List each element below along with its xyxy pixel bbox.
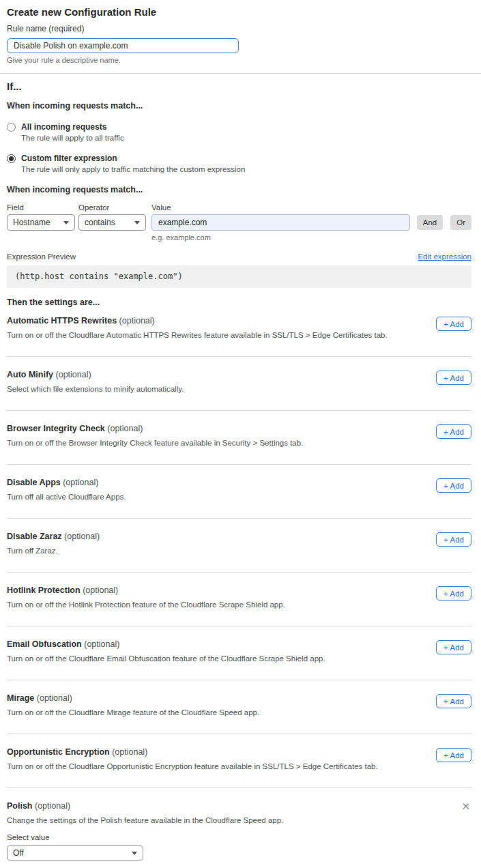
setting-description: Turn on or off the Cloudflare Automatic …	[7, 331, 388, 340]
page-title: Create new Configuration Rule	[7, 6, 471, 18]
chevron-down-icon	[134, 221, 140, 225]
close-icon[interactable]: ✕	[460, 801, 471, 811]
radio-label: Custom filter expression	[21, 154, 245, 163]
add-button[interactable]: + Add	[436, 640, 471, 654]
setting-row-mirage: Mirage (optional) Turn on or off the Clo…	[7, 680, 471, 734]
optional-tag: (optional)	[62, 532, 100, 541]
polish-select-value: Off	[13, 848, 24, 858]
setting-title: Disable Apps (optional)	[7, 478, 126, 488]
setting-description: Select which file extensions to minify a…	[7, 385, 184, 394]
match-heading: When incoming requests match...	[7, 101, 471, 111]
section-divider	[0, 73, 481, 74]
then-settings-heading: Then the settings are...	[7, 298, 471, 308]
setting-title: Disable Zaraz (optional)	[7, 532, 100, 542]
rule-name-helper: Give your rule a descriptive name.	[7, 56, 471, 65]
expression-preview-label: Expression Preview	[7, 252, 76, 261]
field-label: Field	[7, 203, 78, 212]
setting-row-disable-zaraz: Disable Zaraz (optional) Turn off Zaraz.…	[7, 519, 471, 573]
add-button[interactable]: + Add	[436, 532, 471, 547]
or-button[interactable]: Or	[450, 215, 471, 230]
chevron-down-icon	[132, 852, 137, 855]
setting-row-polish: Polish (optional) Change the settings of…	[7, 788, 471, 860]
setting-row-disable-apps: Disable Apps (optional) Turn off all act…	[7, 465, 471, 519]
value-helper: e.g. example.com	[151, 233, 471, 242]
expression-builder-labels: Field Operator Value	[7, 203, 471, 212]
setting-row-opportunistic-encryption: Opportunistic Encryption (optional) Turn…	[7, 734, 471, 788]
add-button[interactable]: + Add	[436, 478, 471, 493]
setting-title: Opportunistic Encryption (optional)	[7, 747, 378, 757]
add-button[interactable]: + Add	[436, 424, 471, 439]
setting-description: Turn on or off the Hotlink Protection fe…	[7, 601, 285, 609]
rule-name-label: Rule name (required)	[7, 24, 471, 33]
setting-description: Change the settings of the Polish featur…	[7, 816, 460, 825]
expression-preview-code: (http.host contains "example.com")	[7, 265, 471, 288]
radio-custom-filter-expression[interactable]: Custom filter expression The rule will o…	[7, 154, 471, 174]
expression-builder-heading: When incoming requests match...	[7, 185, 471, 195]
and-button[interactable]: And	[417, 215, 443, 230]
add-button[interactable]: + Add	[436, 371, 471, 385]
value-input[interactable]	[151, 214, 410, 231]
field-select-value: Hostname	[13, 218, 50, 227]
value-label: Value	[151, 203, 171, 212]
optional-tag: (optional)	[105, 424, 143, 433]
optional-tag: (optional)	[110, 747, 148, 757]
setting-description: Turn on or off the Cloudflare Opportunis…	[7, 762, 378, 771]
setting-description: Turn off all active Cloudflare Apps.	[7, 493, 126, 502]
expression-builder-row: Hostname contains And Or	[7, 214, 471, 231]
edit-expression-link[interactable]: Edit expression	[418, 252, 471, 261]
setting-title: Browser Integrity Check (optional)	[7, 424, 303, 434]
radio-description: The rule will only apply to traffic matc…	[21, 165, 245, 174]
optional-tag: (optional)	[117, 316, 155, 326]
add-button[interactable]: + Add	[436, 317, 471, 331]
setting-title: Mirage (optional)	[7, 693, 259, 704]
polish-select-label: Select value	[7, 833, 460, 842]
optional-tag: (optional)	[34, 693, 72, 703]
chevron-down-icon	[63, 221, 69, 225]
request-match-radio-group: All incoming requests The rule will appl…	[7, 122, 471, 174]
setting-description: Turn on or off the Browser Integrity Che…	[7, 439, 303, 448]
optional-tag: (optional)	[53, 370, 91, 379]
setting-title: Polish (optional)	[7, 801, 460, 811]
setting-title: Auto Minify (optional)	[7, 370, 184, 380]
if-heading: If...	[7, 81, 471, 93]
radio-unchecked-icon[interactable]	[7, 123, 16, 132]
radio-checked-icon[interactable]	[7, 154, 16, 163]
add-button[interactable]: + Add	[436, 748, 471, 762]
setting-description: Turn off Zaraz.	[7, 547, 100, 555]
rule-name-input[interactable]	[7, 38, 239, 53]
setting-title: Automatic HTTPS Rewrites (optional)	[7, 316, 388, 326]
add-button[interactable]: + Add	[436, 586, 471, 601]
optional-tag: (optional)	[61, 478, 99, 487]
add-button[interactable]: + Add	[436, 694, 471, 708]
settings-list: Automatic HTTPS Rewrites (optional) Turn…	[7, 308, 471, 860]
setting-description: Turn on or off the Cloudflare Email Obfu…	[7, 654, 325, 663]
radio-all-incoming-requests[interactable]: All incoming requests The rule will appl…	[7, 122, 471, 143]
operator-label: Operator	[78, 203, 151, 212]
polish-value-select[interactable]: Off	[7, 845, 143, 860]
optional-tag: (optional)	[82, 639, 120, 649]
field-select[interactable]: Hostname	[7, 214, 75, 231]
create-configuration-rule-page: Create new Configuration Rule Rule name …	[0, 0, 481, 860]
optional-tag: (optional)	[81, 585, 119, 595]
radio-description: The rule will apply to all traffic	[21, 134, 124, 143]
setting-row-automatic-https-rewrites: Automatic HTTPS Rewrites (optional) Turn…	[7, 308, 471, 357]
setting-row-auto-minify: Auto Minify (optional) Select which file…	[7, 357, 471, 411]
radio-label: All incoming requests	[21, 122, 124, 132]
setting-row-hotlink-protection: Hotlink Protection (optional) Turn on or…	[7, 573, 471, 626]
setting-title: Hotlink Protection (optional)	[7, 585, 285, 596]
operator-select[interactable]: contains	[78, 214, 146, 231]
operator-select-value: contains	[85, 218, 115, 227]
setting-title: Email Obfuscation (optional)	[7, 639, 325, 650]
optional-tag: (optional)	[33, 801, 71, 811]
setting-row-browser-integrity-check: Browser Integrity Check (optional) Turn …	[7, 411, 471, 465]
expression-preview-header: Expression Preview Edit expression	[7, 252, 471, 261]
setting-description: Turn on or off the Cloudflare Mirage fea…	[7, 708, 259, 717]
setting-row-email-obfuscation: Email Obfuscation (optional) Turn on or …	[7, 626, 471, 680]
